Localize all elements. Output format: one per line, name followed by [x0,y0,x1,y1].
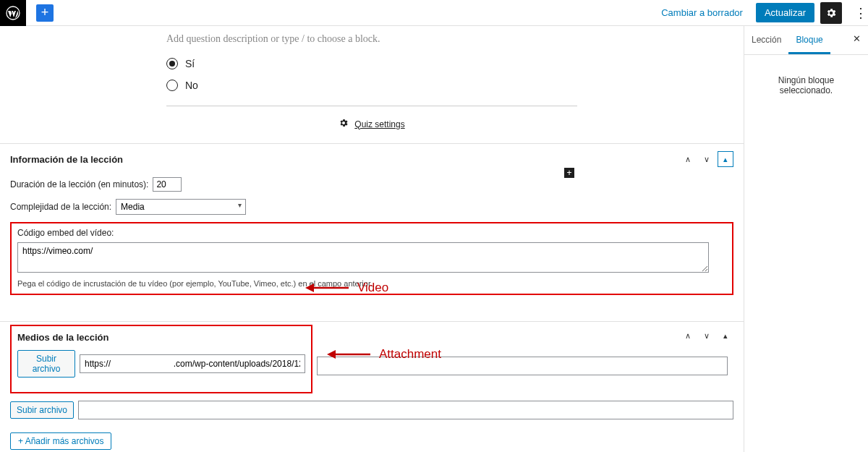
question-description-placeholder[interactable]: Add question description or type / to ch… [166,33,577,45]
attachment-highlight: Medios de la lección Subir archivo [10,325,312,393]
more-options-button[interactable] [848,2,862,24]
insert-block-button[interactable]: + [564,168,574,178]
close-sidebar-button[interactable]: ✕ [846,26,868,54]
complexity-label: Complejidad de la lección: [10,202,111,212]
upload-file-button[interactable]: Subir archivo [10,401,74,419]
answer-option-yes[interactable]: Sí [166,58,577,69]
panel-down-button[interactable]: ∨ [699,328,715,344]
add-block-button[interactable]: + [36,4,54,22]
quiz-settings-link[interactable]: Quiz settings [166,118,577,130]
panel-up-button[interactable]: ∧ [680,328,696,344]
settings-sidebar: Lección Bloque ✕ Ningún bloque seleccion… [744,26,868,452]
panel-toggle-button[interactable]: ▴ [718,328,733,344]
video-embed-highlight: Código embed del vídeo: https://vimeo.co… [10,222,733,295]
gear-icon [825,7,837,19]
embed-label: Código embed del vídeo: [17,228,726,238]
block-editor-area: Add question description or type / to ch… [0,26,744,130]
panel-down-button[interactable]: ∨ [699,151,715,167]
main-editor: Add question description or type / to ch… [0,26,744,452]
quiz-settings-label: Quiz settings [354,119,404,129]
divider [166,106,577,106]
duration-label: Duración de la lección (en minutos): [10,179,148,189]
lesson-info-panel: Información de la lección ∧ ∨ ▴ Duración… [0,143,744,308]
gear-icon [339,118,349,130]
embed-textarea[interactable]: https://vimeo.com/ [17,242,709,273]
topbar: + Cambiar a borrador Actualizar [0,0,868,26]
publish-button[interactable]: Actualizar [756,3,814,22]
tab-block[interactable]: Bloque [788,26,830,54]
duration-input[interactable] [153,177,182,192]
more-icon [854,7,856,20]
answer-option-no[interactable]: No [166,80,577,91]
radio-icon [166,58,178,69]
embed-help-text: Pega el código de incrustación de tu víd… [17,279,726,288]
answer-label: No [185,80,198,91]
sidebar-message: Ningún bloque seleccionado. [744,55,868,116]
panel-title: Información de la lección [10,154,680,165]
panel-toggle-button[interactable]: ▴ [718,151,733,167]
answer-label: Sí [185,58,195,69]
settings-button[interactable] [820,2,842,24]
media-url-input-ext[interactable] [317,357,728,375]
complexity-select[interactable]: Media [116,199,246,215]
panel-title: Medios de la lección [17,332,305,343]
upload-file-button[interactable]: Subir archivo [17,350,75,378]
panel-up-button[interactable]: ∧ [680,151,696,167]
tab-lesson[interactable]: Lección [744,26,788,54]
wp-logo[interactable] [0,0,26,26]
media-url-input[interactable] [80,354,305,373]
add-more-files-button[interactable]: + Añadir más archivos [10,432,111,450]
media-url-input-2[interactable] [78,401,733,419]
wordpress-icon [6,6,20,20]
lesson-media-panel: Medios de la lección Subir archivo ∧ ∨ ▴ [0,321,744,452]
radio-icon [166,80,178,91]
switch-draft-button[interactable]: Cambiar a borrador [654,3,750,22]
